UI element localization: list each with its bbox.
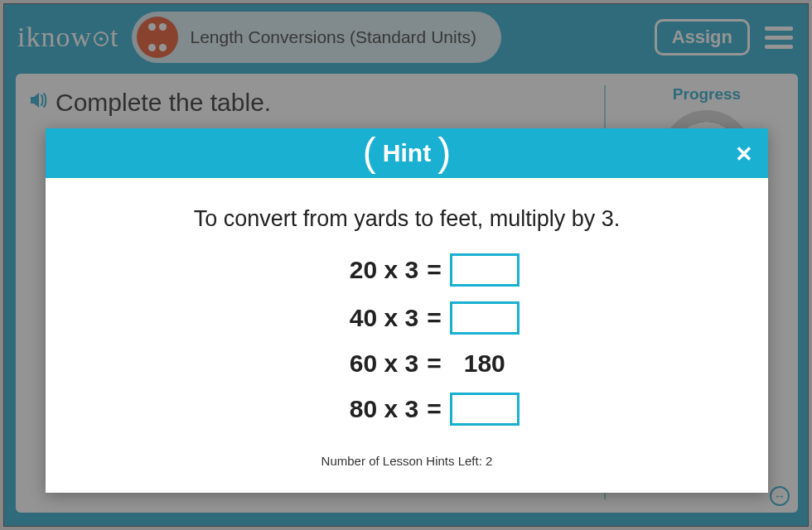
equation-answer-value: 180 <box>450 349 520 378</box>
app-window: iknow t Length Conversions (Standard Uni… <box>3 3 809 527</box>
hint-modal: ( Hint ) ✕ To convert from yards to feet… <box>46 128 768 493</box>
hint-equation-row: 60 x 3=180 <box>294 349 520 378</box>
assign-button[interactable]: Assign <box>655 19 750 55</box>
paren-right-icon: ) <box>437 129 451 175</box>
hint-equation-row: 80 x 3= <box>294 393 520 426</box>
equals-sign: = <box>427 395 442 423</box>
hint-title: Hint <box>383 139 431 167</box>
equation-expression: 80 x 3 <box>294 395 418 423</box>
hint-equation-list: 20 x 3=40 x 3=60 x 3=18080 x 3= <box>79 253 735 426</box>
hint-modal-body: To convert from yards to feet, multiply … <box>46 178 768 476</box>
hint-equation-row: 40 x 3= <box>294 301 520 335</box>
lesson-pill: Length Conversions (Standard Units) <box>132 12 501 63</box>
question-prompt: Complete the table. <box>56 89 271 117</box>
equals-sign: = <box>427 256 442 284</box>
equation-answer-box[interactable] <box>450 301 520 335</box>
equation-expression: 60 x 3 <box>294 349 418 378</box>
resize-icon[interactable]: ↔ <box>770 486 790 506</box>
equation-answer-box[interactable] <box>450 393 520 426</box>
audio-icon[interactable] <box>29 92 49 113</box>
hints-left-label: Number of Lesson Hints Left: 2 <box>79 454 735 468</box>
equals-sign: = <box>427 349 442 378</box>
hint-text: To convert from yards to feet, multiply … <box>79 206 735 232</box>
bulb-icon <box>94 31 109 46</box>
header-right: Assign <box>655 19 793 55</box>
equation-answer-box[interactable] <box>450 253 520 287</box>
lesson-title: Length Conversions (Standard Units) <box>190 27 476 47</box>
equation-expression: 20 x 3 <box>294 256 418 284</box>
progress-label: Progress <box>616 85 798 104</box>
logo-text-suffix: t <box>110 22 118 53</box>
equation-expression: 40 x 3 <box>294 304 418 332</box>
close-icon[interactable]: ✕ <box>735 142 753 167</box>
hint-equation-row: 20 x 3= <box>294 253 520 287</box>
paren-left-icon: ( <box>363 129 376 175</box>
equals-sign: = <box>427 304 442 332</box>
menu-icon[interactable] <box>765 26 793 49</box>
logo-text-prefix: iknow <box>17 22 92 53</box>
logo[interactable]: iknow t <box>17 22 118 53</box>
hint-modal-header: ( Hint ) ✕ <box>46 128 768 178</box>
level-badge-icon <box>137 17 178 58</box>
header-bar: iknow t Length Conversions (Standard Uni… <box>4 4 808 70</box>
